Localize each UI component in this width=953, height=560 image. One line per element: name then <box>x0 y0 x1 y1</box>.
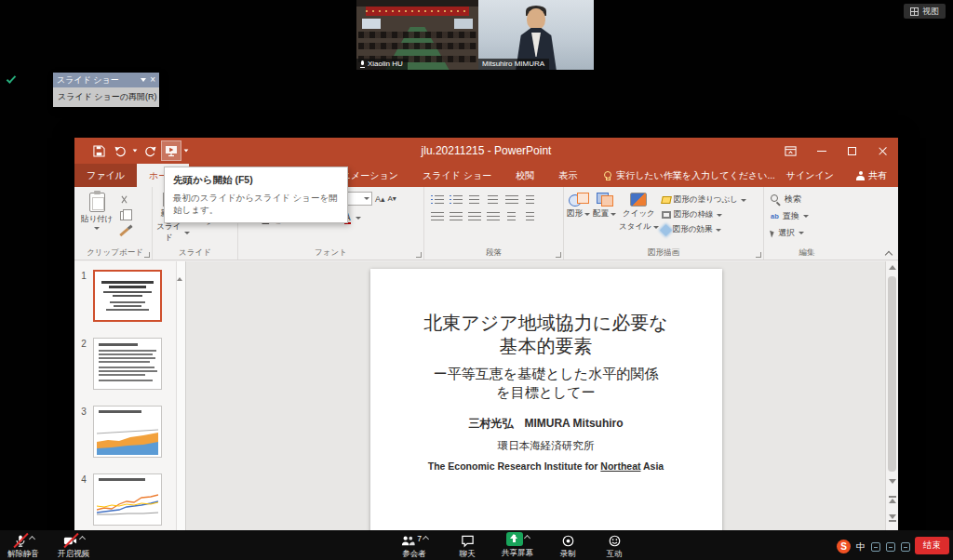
share-button[interactable]: 共有 <box>845 169 898 182</box>
bullets-icon[interactable] <box>429 193 445 207</box>
close-button[interactable] <box>867 138 898 164</box>
tab-slide-show[interactable]: スライド ショー <box>410 164 503 187</box>
columns-icon[interactable] <box>503 209 519 223</box>
popup-dropdown-icon[interactable] <box>141 78 146 82</box>
paragraph-group-label: 段落 <box>424 247 563 259</box>
unmute-button[interactable]: 解除静音 <box>7 533 39 560</box>
video-tile-conference-room[interactable]: Xiaolin HU <box>356 0 478 70</box>
video-tile-speaker[interactable]: Mitsuhiro MIMURA <box>478 0 594 70</box>
popup-close-icon[interactable]: × <box>150 75 155 85</box>
ime-toolbox-icon[interactable] <box>901 542 910 552</box>
select-icon <box>770 229 775 237</box>
slideshow-popup-titlebar[interactable]: スライド ショー × <box>53 73 159 87</box>
ime-mode-indicator[interactable]: 中 <box>856 540 866 553</box>
paste-button[interactable]: 貼り付け <box>81 190 113 247</box>
paragraph-dialog-launcher-icon[interactable] <box>556 252 561 258</box>
slide-thumbnail-2[interactable]: 2 <box>74 338 185 390</box>
line-spacing-icon[interactable] <box>503 193 519 207</box>
qat-customize-icon[interactable] <box>184 149 189 152</box>
align-right-icon[interactable] <box>466 209 482 223</box>
copy-icon[interactable] <box>116 209 131 222</box>
share-options-chevron-icon[interactable] <box>523 535 530 541</box>
previous-slide-button[interactable] <box>889 496 896 503</box>
thumbnail-scroll-up-icon[interactable] <box>177 261 182 281</box>
select-button[interactable]: 選択 <box>771 227 847 239</box>
participants-button[interactable]: 7 参会者 <box>389 533 439 560</box>
shape-effects-button[interactable]: 図形の効果 <box>662 224 746 235</box>
ime-voice-icon[interactable] <box>871 542 880 552</box>
replace-button[interactable]: ab 置換 <box>771 210 847 222</box>
quick-styles-button[interactable]: クイック スタイル <box>619 190 659 247</box>
ime-toolbar: S 中 <box>837 540 910 553</box>
undo-icon[interactable] <box>111 141 129 160</box>
vertical-scrollbar[interactable] <box>885 261 898 530</box>
arrange-button[interactable]: 配置 <box>593 190 616 247</box>
collapse-ribbon-icon[interactable] <box>886 250 893 257</box>
scrollbar-thumb[interactable] <box>888 276 896 472</box>
font-dialog-launcher-icon[interactable] <box>416 252 422 258</box>
redo-icon[interactable] <box>141 141 159 160</box>
find-button[interactable]: 検索 <box>771 193 847 206</box>
undo-dropdown-icon[interactable] <box>133 149 138 152</box>
tooltip-body: 最初のスライドからスライド ショーを開始します。 <box>173 192 339 216</box>
reactions-button[interactable]: 互动 <box>596 533 633 560</box>
tab-review[interactable]: 校閲 <box>503 164 546 187</box>
view-button[interactable]: 视图 <box>904 4 946 19</box>
slide-title-line1: 北東アジア地域協力に必要な <box>370 269 722 335</box>
powerpoint-titlebar[interactable]: jlu.20211215 - PowerPoint <box>74 138 898 164</box>
slide-2-preview[interactable] <box>93 338 162 390</box>
current-slide[interactable]: 北東アジア地域協力に必要な 基本的要素 ー平等互恵を基礎とした水平的関係 を目標… <box>370 269 722 530</box>
justify-icon[interactable] <box>485 209 501 223</box>
tab-file[interactable]: ファイル <box>74 164 137 187</box>
audio-options-chevron-icon[interactable] <box>28 536 34 542</box>
shape-outline-button[interactable]: 図形の枠線 <box>662 209 746 220</box>
video-options-chevron-icon[interactable] <box>78 536 85 542</box>
scroll-down-icon[interactable] <box>889 479 896 484</box>
slide-thumbnail-4[interactable]: 4 <box>74 473 185 526</box>
zoom-toolbar: 解除静音 开启视频 7 参会者 <box>0 530 953 560</box>
save-icon[interactable] <box>89 141 108 160</box>
thumbnail-scrollbar[interactable] <box>176 261 185 530</box>
slide-3-preview[interactable] <box>93 406 162 458</box>
end-meeting-button[interactable]: 结束 <box>915 537 949 554</box>
ime-keyboard-icon[interactable] <box>886 542 895 552</box>
indent-increase-icon[interactable] <box>485 193 501 207</box>
numbering-icon[interactable] <box>448 193 463 207</box>
text-direction-icon[interactable] <box>522 193 538 207</box>
minimize-button[interactable] <box>806 138 837 164</box>
record-button[interactable]: 录制 <box>549 533 586 560</box>
maximize-button[interactable] <box>837 138 867 164</box>
shapes-button[interactable]: 図形 <box>567 190 590 247</box>
slide-1-preview[interactable] <box>93 270 162 322</box>
format-painter-icon[interactable] <box>116 225 131 238</box>
shape-fill-button[interactable]: 図形の塗りつぶし <box>662 194 746 206</box>
smartart-convert-icon[interactable] <box>522 209 538 223</box>
slide-thumbnail-1[interactable]: 1 <box>74 270 185 322</box>
sign-in-link[interactable]: サインイン <box>775 169 845 182</box>
chat-button[interactable]: 聊天 <box>449 533 486 560</box>
participants-chevron-icon[interactable] <box>423 536 429 542</box>
align-center-icon[interactable] <box>448 209 463 223</box>
resume-slideshow-menu-item[interactable]: スライド ショーの再開(R) <box>53 87 159 107</box>
sogou-ime-icon[interactable]: S <box>837 540 851 553</box>
share-screen-button[interactable]: 共享屏幕 <box>495 532 540 559</box>
decrease-font-size-icon[interactable]: A▾ <box>388 194 396 203</box>
ribbon-display-options-icon[interactable] <box>775 138 806 164</box>
slide-organization-en: The Economic Research Institute for Nort… <box>370 460 722 472</box>
start-from-beginning-button[interactable] <box>162 141 181 160</box>
next-slide-button[interactable] <box>889 514 896 522</box>
align-left-icon[interactable] <box>429 209 445 223</box>
tell-me-box[interactable]: 実行したい作業を入力してください... <box>602 164 775 187</box>
unmute-label: 解除静音 <box>7 549 39 560</box>
drawing-dialog-launcher-icon[interactable] <box>756 252 761 258</box>
cut-icon[interactable] <box>116 193 131 207</box>
indent-decrease-icon[interactable] <box>466 193 482 207</box>
tab-view[interactable]: 表示 <box>546 164 589 187</box>
scroll-up-icon[interactable] <box>889 265 896 270</box>
slide-4-preview[interactable] <box>93 473 162 526</box>
increase-font-size-icon[interactable]: A▴ <box>375 194 385 204</box>
start-video-button[interactable]: 开启视频 <box>58 533 89 560</box>
line-chart-mini <box>97 487 158 519</box>
clipboard-dialog-launcher-icon[interactable] <box>144 252 150 258</box>
slide-thumbnail-3[interactable]: 3 <box>74 406 185 458</box>
